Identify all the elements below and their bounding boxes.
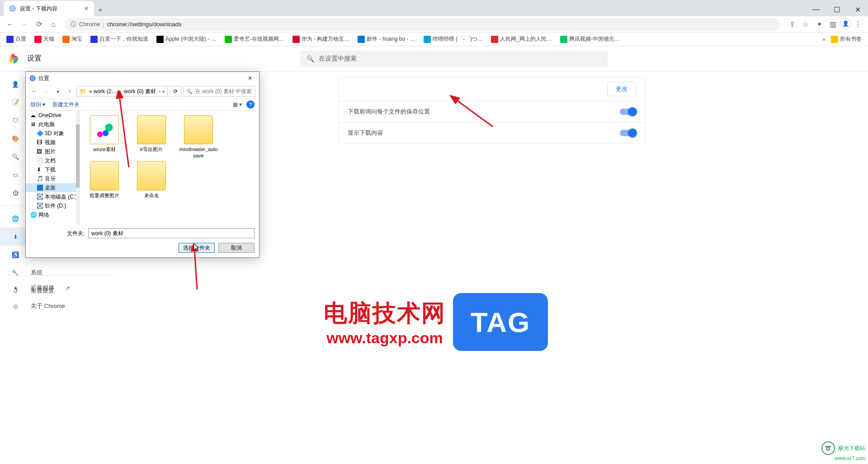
- tree-item[interactable]: 🟦桌面: [26, 183, 80, 192]
- bookmark-item[interactable]: Apple (中国大陆) - …: [154, 34, 219, 44]
- dialog-tree[interactable]: ☁OneDrive🖥此电脑🔷3D 对象🎞视频🖼图片📄文档⬇下载🎵音乐🟦桌面💽本地…: [26, 111, 80, 225]
- folder-picker-dialog: 位置 ✕ ← → ▾ ↑ 📁 « work (2… › work (0) 素材 …: [25, 71, 259, 258]
- browser-tab[interactable]: 设置 - 下载内容 ✕: [4, 1, 94, 16]
- extensions-link[interactable]: ✦ 扩展程序 ↗: [11, 279, 116, 297]
- folder-item[interactable]: mindmaster_autosave: [179, 115, 218, 159]
- forward-button[interactable]: →: [18, 18, 31, 31]
- bookmark-item[interactable]: 华为 - 构建万物互…: [290, 34, 353, 44]
- crumb-0[interactable]: « work (2…: [88, 88, 118, 95]
- download-icon: ⬇: [11, 233, 20, 240]
- about-chrome-link[interactable]: ◎ 关于 Chrome: [11, 297, 116, 315]
- site-info-icon[interactable]: ⓘ: [71, 20, 76, 28]
- filename-input[interactable]: [88, 228, 255, 238]
- dialog-up-button[interactable]: ↑: [65, 86, 75, 96]
- bookmark-item[interactable]: 邮件 - huang bo - …: [355, 34, 418, 44]
- tree-item[interactable]: 📄文档: [26, 156, 80, 165]
- person-icon: 👤: [11, 81, 20, 88]
- folder-icon: [137, 161, 166, 190]
- favicon-icon: [358, 36, 365, 43]
- new-folder-button[interactable]: 新建文件夹: [52, 101, 80, 109]
- organize-dropdown[interactable]: 组织 ▾: [30, 101, 45, 109]
- bookmark-item[interactable]: 百度一下，你就知道: [88, 34, 151, 44]
- chrome-small-icon: [29, 75, 36, 81]
- dialog-search-placeholder: 在 work (0) 素材 中搜索: [195, 88, 252, 95]
- tree-label: 软件 (D:): [45, 202, 66, 210]
- favicon-icon: [560, 36, 567, 43]
- reload-button[interactable]: ⟳: [33, 18, 45, 31]
- svg-point-7: [32, 77, 33, 79]
- sidepanel-icon[interactable]: ▥: [826, 18, 839, 31]
- privacy-icon: 🛡: [11, 117, 20, 124]
- tree-item[interactable]: 🎞视频: [26, 138, 80, 147]
- dialog-search-input[interactable]: 🔍 在 work (0) 素材 中搜索: [183, 86, 255, 97]
- bookmark-item[interactable]: 天猫: [32, 34, 57, 44]
- all-bookmarks-link[interactable]: 所有书签: [828, 34, 864, 44]
- crumb-1[interactable]: work (0) 素材: [123, 88, 157, 95]
- desktop-icon: 🟦: [37, 185, 43, 191]
- tree-item[interactable]: ☁OneDrive: [26, 111, 80, 120]
- favicon-icon: [491, 36, 498, 43]
- tree-item[interactable]: 🎵音乐: [26, 174, 80, 183]
- home-button[interactable]: ⌂: [47, 18, 60, 31]
- address-path: chrome://settings/downloads: [107, 21, 182, 28]
- select-folder-button[interactable]: 选择文件夹: [179, 243, 215, 253]
- about-label: 关于 Chrome: [31, 302, 65, 310]
- minimize-button[interactable]: —: [806, 3, 826, 16]
- bookmark-item[interactable]: 人民网_网上的人民…: [488, 34, 555, 44]
- folder-item[interactable]: axure素材: [85, 115, 124, 159]
- bookmark-item[interactable]: 爱奇艺-在线视频网…: [222, 34, 287, 44]
- puzzle-icon: ✦: [11, 285, 20, 292]
- extensions-icon[interactable]: ✦: [813, 18, 826, 31]
- tree-item[interactable]: 🖥此电脑: [26, 120, 80, 129]
- chevron-down-icon[interactable]: ▾: [53, 86, 63, 96]
- crumb-dropdown-icon[interactable]: ▾: [162, 89, 165, 94]
- dialog-close-icon[interactable]: ✕: [245, 75, 255, 81]
- bookmark-label: 邮件 - huang bo - …: [367, 35, 415, 43]
- view-mode-dropdown[interactable]: ▦ ▾: [233, 101, 242, 108]
- tree-label: OneDrive: [38, 112, 61, 118]
- bookmark-item[interactable]: 哔哩哔哩 (゜-゜)つ…: [421, 34, 486, 44]
- power-icon: ⏻: [11, 189, 20, 196]
- share-icon[interactable]: ⇪: [786, 18, 798, 31]
- cancel-button[interactable]: 取消: [218, 243, 255, 253]
- change-location-button[interactable]: 更改: [607, 82, 636, 96]
- folder-icon: [90, 161, 119, 190]
- menu-icon[interactable]: ⋮: [852, 18, 864, 31]
- dialog-title-bar[interactable]: 位置 ✕: [26, 72, 259, 85]
- bookmark-label: 哔哩哔哩 (゜-゜)つ…: [433, 35, 483, 43]
- folder-item[interactable]: 批量调整图片: [85, 161, 124, 199]
- open-pdf-toggle[interactable]: [620, 130, 636, 136]
- folder-small-icon: 📁: [80, 88, 86, 95]
- help-icon[interactable]: ?: [246, 100, 255, 109]
- tree-item[interactable]: ⬇下载: [26, 165, 80, 174]
- dialog-breadcrumb[interactable]: 📁 « work (2… › work (0) 素材 › ▾: [76, 86, 168, 97]
- folder-item[interactable]: lr导出图片: [132, 115, 171, 159]
- dialog-refresh-button[interactable]: ⟳: [170, 86, 181, 97]
- extensions-label: 扩展程序: [31, 284, 54, 292]
- tree-item[interactable]: 💽本地磁盘 (C:): [26, 192, 80, 201]
- folder-item[interactable]: 未命名: [132, 161, 171, 199]
- dialog-forward-button[interactable]: →: [41, 86, 51, 96]
- folder-grid[interactable]: axure素材lr导出图片mindmaster_autosave批量调整图片未命…: [80, 111, 259, 225]
- bookmark-star-icon[interactable]: ☆: [799, 18, 812, 31]
- bookmark-item[interactable]: 百度: [4, 34, 29, 44]
- bookmark-item[interactable]: 淘宝: [60, 34, 85, 44]
- back-button[interactable]: ←: [4, 18, 16, 31]
- dialog-back-button[interactable]: ←: [29, 86, 39, 96]
- maximize-button[interactable]: ☐: [826, 3, 847, 16]
- bookmark-item[interactable]: 腾讯视频-中国领先…: [557, 34, 623, 44]
- ask-each-time-toggle[interactable]: [620, 109, 636, 115]
- tree-item[interactable]: 🖼图片: [26, 147, 80, 156]
- tree-item[interactable]: 🔷3D 对象: [26, 129, 80, 138]
- close-window-button[interactable]: ✕: [847, 3, 868, 16]
- profile-avatar-icon[interactable]: 👤: [840, 18, 851, 29]
- new-tab-button[interactable]: ＋: [94, 4, 107, 16]
- address-bar[interactable]: ⓘ Chrome | chrome://settings/downloads: [65, 18, 780, 31]
- tree-item[interactable]: 💽软件 (D:): [26, 201, 80, 210]
- settings-search-input[interactable]: 🔍 在设置中搜索: [300, 51, 608, 67]
- tree-scrollbar[interactable]: [76, 124, 80, 188]
- bookmark-overflow-icon[interactable]: »: [822, 36, 826, 43]
- tree-item[interactable]: 🌐网络: [26, 210, 80, 219]
- folder-icon: [831, 36, 838, 43]
- tab-close-icon[interactable]: ✕: [84, 5, 89, 12]
